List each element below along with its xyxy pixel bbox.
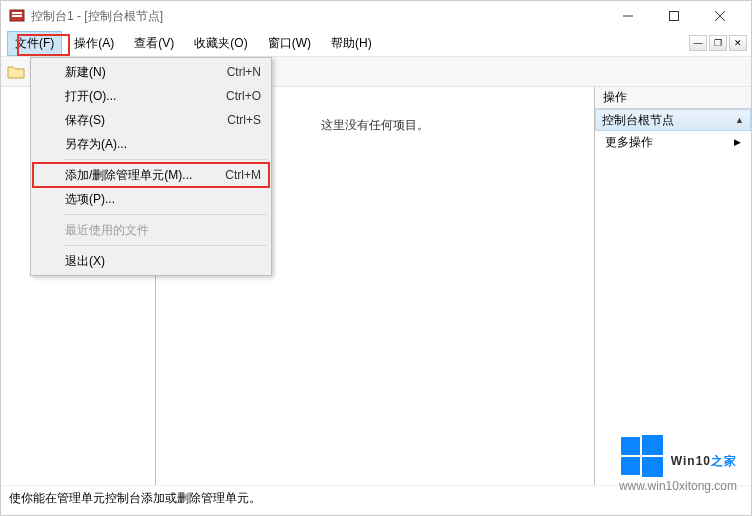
menu-item-label: 选项(P)...	[65, 191, 261, 208]
actions-pane: 操作 控制台根节点 ▲ 更多操作 ▶	[595, 87, 751, 485]
menu-item-exit[interactable]: 退出(X)	[33, 249, 269, 273]
close-button[interactable]	[697, 1, 743, 31]
menu-item-label: 新建(N)	[65, 64, 227, 81]
menu-item-shortcut: Ctrl+N	[227, 65, 261, 79]
status-bar: 使你能在管理单元控制台添加或删除管理单元。	[1, 485, 751, 515]
window-title: 控制台1 - [控制台根节点]	[31, 8, 605, 25]
mdi-restore-button[interactable]: ❐	[709, 35, 727, 51]
menu-item-saveas[interactable]: 另存为(A)...	[33, 132, 269, 156]
app-icon	[9, 8, 25, 24]
svg-rect-2	[12, 15, 22, 17]
menu-separator	[63, 245, 267, 246]
menu-item-label: 保存(S)	[65, 112, 227, 129]
mdi-minimize-button[interactable]: —	[689, 35, 707, 51]
status-text: 使你能在管理单元控制台添加或删除管理单元。	[9, 490, 261, 507]
mdi-close-button[interactable]: ✕	[729, 35, 747, 51]
menu-item-open[interactable]: 打开(O)... Ctrl+O	[33, 84, 269, 108]
actions-header: 操作	[595, 87, 751, 109]
chevron-right-icon: ▶	[734, 137, 741, 147]
title-bar: 控制台1 - [控制台根节点]	[1, 1, 751, 31]
menu-help[interactable]: 帮助(H)	[323, 31, 380, 56]
mdi-controls: — ❐ ✕	[689, 35, 747, 51]
menu-item-label: 另存为(A)...	[65, 136, 261, 153]
actions-more-label: 更多操作	[605, 134, 653, 151]
minimize-button[interactable]	[605, 1, 651, 31]
empty-message: 这里没有任何项目。	[321, 117, 429, 485]
menu-item-shortcut: Ctrl+M	[225, 168, 261, 182]
menu-item-recent: 最近使用的文件	[33, 218, 269, 242]
actions-section-label: 控制台根节点	[602, 112, 674, 129]
menu-item-options[interactable]: 选项(P)...	[33, 187, 269, 211]
menu-favorites[interactable]: 收藏夹(O)	[186, 31, 255, 56]
window-controls	[605, 1, 743, 31]
menu-item-shortcut: Ctrl+S	[227, 113, 261, 127]
actions-section[interactable]: 控制台根节点 ▲	[595, 109, 751, 131]
maximize-button[interactable]	[651, 1, 697, 31]
menu-item-new[interactable]: 新建(N) Ctrl+N	[33, 60, 269, 84]
svg-rect-1	[12, 12, 22, 14]
file-menu-dropdown: 新建(N) Ctrl+N 打开(O)... Ctrl+O 保存(S) Ctrl+…	[30, 57, 272, 276]
svg-rect-4	[670, 12, 679, 21]
chevron-up-icon: ▲	[735, 115, 744, 125]
menu-item-label: 退出(X)	[65, 253, 261, 270]
menu-item-label: 最近使用的文件	[65, 222, 261, 239]
menu-action[interactable]: 操作(A)	[66, 31, 122, 56]
menu-item-label: 添加/删除管理单元(M)...	[65, 167, 225, 184]
menu-item-label: 打开(O)...	[65, 88, 226, 105]
menu-item-add-remove-snapin[interactable]: 添加/删除管理单元(M)... Ctrl+M	[33, 163, 269, 187]
menu-item-save[interactable]: 保存(S) Ctrl+S	[33, 108, 269, 132]
menu-separator	[63, 159, 267, 160]
menu-bar: 文件(F) 操作(A) 查看(V) 收藏夹(O) 窗口(W) 帮助(H) — ❐…	[1, 31, 751, 57]
folder-open-icon[interactable]	[7, 64, 25, 80]
menu-file[interactable]: 文件(F)	[7, 31, 62, 56]
menu-window[interactable]: 窗口(W)	[260, 31, 319, 56]
menu-view[interactable]: 查看(V)	[126, 31, 182, 56]
actions-more[interactable]: 更多操作 ▶	[595, 131, 751, 153]
menu-item-shortcut: Ctrl+O	[226, 89, 261, 103]
menu-separator	[63, 214, 267, 215]
